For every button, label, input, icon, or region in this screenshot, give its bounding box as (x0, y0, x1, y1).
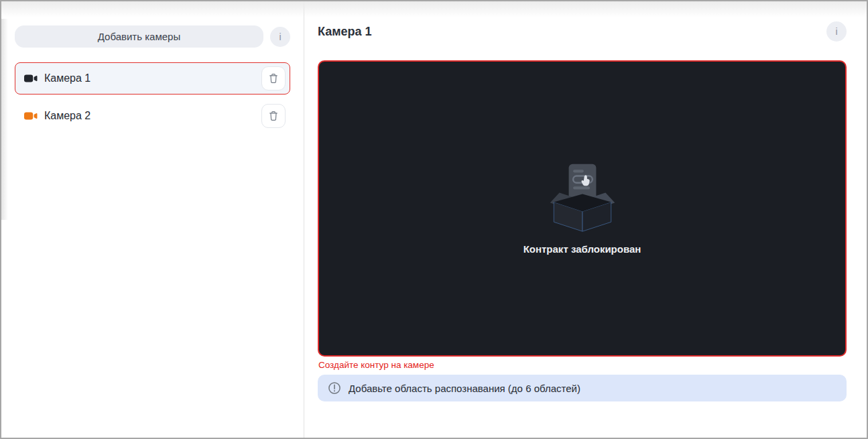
add-cameras-button[interactable]: Добавить камеры (15, 25, 263, 48)
hint-banner: Добавьте область распознавания (до 6 обл… (318, 375, 847, 401)
trash-icon (267, 72, 280, 84)
delete-camera-button[interactable] (261, 104, 286, 128)
sidebar-toolbar: Добавить камеры i (15, 25, 290, 48)
camera-list-item-1[interactable]: Камера 1 (15, 62, 290, 95)
app-window: Добавить камеры i Камера 1 Каме (0, 0, 868, 439)
camera-video-preview[interactable]: Контракт заблокирован (318, 60, 847, 357)
exclamation-circle-icon (328, 381, 341, 395)
delete-camera-button[interactable] (261, 66, 286, 90)
panel-info-icon[interactable]: i (826, 21, 847, 42)
camera-sidebar: Добавить камеры i Камера 1 Каме (1, 1, 304, 438)
sidebar-info-icon[interactable]: i (270, 27, 290, 47)
video-placeholder-text: Контракт заблокирован (523, 243, 641, 255)
hint-banner-text: Добавьте область распознавания (до 6 обл… (349, 383, 580, 394)
camera-detail-panel: Камера 1 i Контракт заблокир (304, 1, 867, 438)
page-title: Камера 1 (318, 25, 372, 39)
trash-icon (267, 110, 280, 122)
camera-name: Камера 1 (44, 72, 261, 84)
panel-header: Камера 1 i (318, 20, 847, 43)
video-camera-icon (24, 111, 38, 121)
camera-list-item-2[interactable]: Камера 2 (15, 100, 290, 132)
video-camera-icon (24, 74, 38, 83)
camera-name: Камера 2 (44, 110, 261, 122)
empty-box-illustration (545, 163, 620, 233)
validation-message: Создайте контур на камере (318, 360, 845, 370)
